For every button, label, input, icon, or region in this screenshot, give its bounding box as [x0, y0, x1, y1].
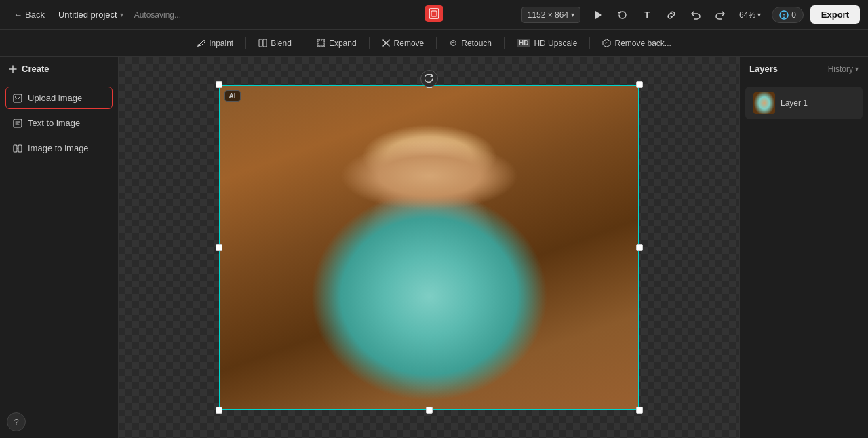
separator [589, 37, 590, 49]
upload-image-icon [13, 94, 22, 103]
separator [504, 37, 505, 49]
text-to-image-label: Text to image [28, 118, 80, 128]
separator [304, 37, 304, 49]
undo-button[interactable] [686, 5, 705, 24]
play-button[interactable] [589, 5, 608, 24]
remove-button[interactable]: Remove [375, 35, 431, 52]
handle-top-left[interactable] [216, 81, 222, 88]
image-to-image-icon [13, 144, 22, 153]
text-to-image-icon [13, 119, 22, 128]
handle-middle-right[interactable] [636, 244, 643, 251]
canvas-size-button[interactable]: 1152 × 864 ▾ [521, 7, 580, 23]
chevron-down-icon: ▾ [757, 11, 761, 18]
export-button[interactable]: Export [810, 5, 860, 24]
credits-icon: 0 [779, 10, 789, 20]
refresh-icon [425, 74, 434, 83]
expand-button[interactable]: Expand [310, 35, 363, 52]
chevron-down-icon: ▾ [120, 11, 123, 18]
text-button[interactable]: T [637, 5, 656, 24]
svg-rect-6 [259, 39, 262, 47]
sidebar-bottom: ? [0, 405, 118, 438]
history-tab-label: History [828, 64, 853, 74]
header-tools: T [589, 5, 730, 24]
sidebar-item-text-to-image[interactable]: Text to image [5, 112, 113, 134]
credits-count: 0 [791, 10, 796, 20]
ai-badge: AI [224, 90, 241, 102]
layer-item[interactable]: Layer 1 [745, 87, 863, 119]
canvas-frame-button[interactable] [425, 5, 443, 22]
retouch-button[interactable]: Retouch [442, 35, 498, 52]
canvas-size-text: 1152 × 864 [528, 10, 568, 20]
handle-bottom-left[interactable] [216, 407, 222, 414]
svg-rect-1 [431, 11, 437, 16]
toolbar: Inpaint Blend Expand Remove Retouch HD H… [0, 30, 868, 57]
handle-bottom-right[interactable] [636, 407, 643, 414]
layers-tab[interactable]: Layers [749, 64, 778, 74]
sidebar-item-image-to-image[interactable]: Image to image [5, 137, 113, 159]
expand-icon [317, 39, 326, 47]
header-right: 64% ▾ 0 0 Export [735, 5, 860, 24]
handle-middle-left[interactable] [216, 244, 222, 251]
sidebar-header: Create [0, 57, 118, 81]
blend-icon [258, 39, 267, 47]
remove-back-button[interactable]: Remove back... [595, 35, 677, 52]
inpaint-button[interactable]: Inpaint [190, 35, 240, 52]
credits-button[interactable]: 0 0 [772, 7, 804, 23]
canvas-area[interactable]: AI [119, 57, 739, 438]
zoom-button[interactable]: 64% ▾ [735, 7, 765, 22]
right-sidebar: Layers History ▾ Layer 1 [739, 57, 868, 438]
retouch-label: Retouch [461, 39, 492, 48]
svg-point-11 [15, 96, 16, 98]
link-button[interactable] [662, 5, 681, 24]
history-tab[interactable]: History ▾ [828, 64, 859, 74]
refresh-handle[interactable] [420, 70, 438, 87]
zoom-label: 64% [739, 10, 755, 20]
remove-back-label: Remove back... [614, 39, 671, 48]
separator [369, 37, 370, 49]
svg-rect-0 [429, 9, 439, 18]
inpaint-icon [197, 39, 205, 47]
back-label: Back [25, 9, 45, 20]
handle-top-right[interactable] [636, 81, 643, 88]
link-icon [667, 10, 676, 20]
project-title[interactable]: Untitled project ▾ [54, 7, 127, 22]
header: ← Back Untitled project ▾ Autosaving... … [0, 0, 868, 30]
chevron-down-icon: ▾ [855, 65, 859, 73]
blend-button[interactable]: Blend [252, 35, 298, 52]
svg-rect-7 [263, 39, 267, 47]
expand-label: Expand [329, 39, 357, 48]
svg-marker-2 [595, 11, 602, 19]
left-sidebar: Create Upload image Text to image [0, 57, 119, 438]
upscale-label: HD Upscale [534, 39, 577, 48]
create-icon [8, 64, 18, 74]
upscale-button[interactable]: HD HD Upscale [510, 35, 584, 52]
svg-rect-8 [318, 40, 324, 46]
svg-rect-13 [14, 145, 17, 152]
canvas-image [219, 85, 639, 410]
frame-icon [429, 8, 439, 19]
help-button[interactable]: ? [7, 412, 26, 431]
image-to-image-label: Image to image [28, 143, 89, 153]
redo-button[interactable] [711, 5, 730, 24]
separator [436, 37, 437, 49]
project-title-text: Untitled project [58, 9, 117, 20]
remove-icon [382, 39, 391, 47]
remove-back-icon [602, 39, 611, 47]
rotate-icon [618, 10, 627, 20]
svg-point-9 [451, 41, 456, 46]
layer-name: Layer 1 [781, 98, 808, 108]
sidebar-item-upload-image[interactable]: Upload image [5, 87, 113, 109]
rotate-button[interactable] [613, 5, 632, 24]
main-layout: Create Upload image Text to image [0, 57, 868, 438]
handle-bottom-center[interactable] [426, 407, 433, 414]
chevron-down-icon: ▾ [571, 11, 574, 18]
header-center: 1152 × 864 ▾ T [521, 5, 730, 24]
photo-simulation [219, 85, 639, 410]
blend-label: Blend [271, 39, 292, 48]
back-button[interactable]: ← Back [8, 7, 50, 22]
svg-text:0: 0 [783, 13, 786, 19]
autosave-status: Autosaving... [134, 10, 181, 20]
back-arrow-icon: ← [14, 9, 22, 20]
remove-label: Remove [394, 39, 425, 48]
svg-rect-14 [18, 145, 22, 152]
